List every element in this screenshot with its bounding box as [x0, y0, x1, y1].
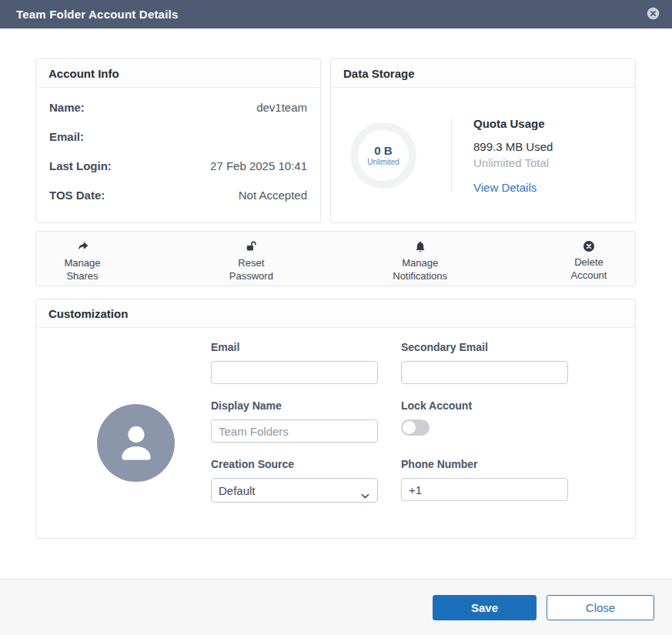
name-value: dev1team [256, 101, 307, 114]
last-login-label: Last Login: [49, 159, 112, 172]
storage-divider [451, 119, 452, 192]
x-circle-icon [583, 240, 595, 252]
manage-notifications-label: ManageNotifications [393, 256, 447, 282]
info-row-name: Name: dev1team [49, 101, 307, 114]
email-field-label: Email [211, 341, 378, 353]
secondary-email-field-group: Secondary Email [401, 341, 568, 384]
bell-icon [414, 240, 426, 253]
team-folder-account-details-dialog: Team Folder Account Details Account Info… [0, 0, 672, 635]
account-actions-bar: ManageShares ResetPassword ManageNotific… [35, 231, 636, 286]
avatar [97, 404, 175, 482]
reset-password-button[interactable]: ResetPassword [205, 240, 297, 277]
data-storage-header: Data Storage [331, 59, 635, 88]
last-login-value: 27 Feb 2025 10:41 [210, 159, 307, 172]
delete-account-label: DeleteAccount [570, 256, 607, 282]
data-storage-card: Data Storage 0 B Unlimited Quota Usage 8… [330, 58, 636, 223]
quota-donut-value: 0 B [374, 144, 392, 157]
account-info-body: Name: dev1team Email: Last Login: 27 Feb… [36, 88, 320, 202]
view-details-link[interactable]: View Details [473, 181, 553, 194]
quota-donut-label: Unlimited [367, 158, 400, 166]
display-name-field-group: Display Name [211, 399, 378, 443]
unlock-icon [245, 240, 258, 253]
customization-card: Customization Email Secondary [35, 299, 636, 539]
quota-usage-heading: Quota Usage [473, 117, 553, 130]
customization-header: Customization [36, 299, 635, 328]
account-info-header: Account Info [36, 59, 320, 88]
delete-account-button[interactable]: DeleteAccount [543, 240, 635, 277]
lock-account-field-group: Lock Account [401, 399, 568, 443]
phone-number-input[interactable] [401, 478, 568, 501]
customization-body: Email Secondary Email Display Name Lock … [36, 328, 635, 503]
toggle-knob [403, 421, 416, 434]
info-row-email: Email: [49, 130, 307, 143]
email-field-group: Email [211, 341, 378, 384]
quota-total-text: Unlimited Total [473, 156, 553, 169]
quota-details: Quota Usage 899.3 MB Used Unlimited Tota… [473, 117, 553, 194]
customization-form: Email Secondary Email Display Name Lock … [211, 341, 568, 503]
display-name-input[interactable] [211, 419, 378, 443]
manage-notifications-button[interactable]: ManageNotifications [374, 240, 466, 277]
dialog-close-button[interactable] [647, 8, 660, 21]
name-label: Name: [49, 101, 85, 114]
dialog-footer: Save Close [0, 579, 672, 635]
dialog-title: Team Folder Account Details [16, 8, 178, 21]
secondary-email-input[interactable] [401, 361, 568, 384]
phone-number-field-group: Phone Number [401, 458, 568, 503]
tos-date-value: Not Accepted [239, 189, 307, 202]
creation-source-field-group: Creation Source Default [211, 458, 378, 503]
lock-account-toggle[interactable] [401, 419, 430, 436]
dialog-titlebar: Team Folder Account Details [0, 0, 672, 28]
display-name-field-label: Display Name [211, 399, 378, 412]
data-storage-body: 0 B Unlimited Quota Usage 899.3 MB Used … [331, 88, 635, 222]
email-label: Email: [49, 130, 84, 143]
lock-account-field-label: Lock Account [401, 399, 568, 412]
person-icon [112, 418, 160, 469]
share-icon [76, 240, 89, 253]
account-info-card: Account Info Name: dev1team Email: Last … [35, 58, 321, 223]
dialog-content: Account Info Name: dev1team Email: Last … [0, 28, 672, 579]
info-row-last-login: Last Login: 27 Feb 2025 10:41 [49, 159, 307, 172]
avatar-column [36, 341, 211, 503]
top-cards-row: Account Info Name: dev1team Email: Last … [35, 58, 636, 223]
secondary-email-field-label: Secondary Email [401, 341, 568, 353]
reset-password-label: ResetPassword [229, 256, 273, 282]
tos-date-label: TOS Date: [49, 189, 105, 202]
creation-source-select[interactable]: Default [211, 478, 378, 503]
manage-shares-label: ManageShares [65, 256, 101, 282]
quota-donut-chart: 0 B Unlimited [350, 122, 416, 189]
info-row-tos-date: TOS Date: Not Accepted [49, 189, 307, 202]
quota-used-text: 899.3 MB Used [473, 140, 553, 153]
close-button[interactable]: Close [547, 595, 654, 620]
close-icon [647, 7, 660, 22]
manage-shares-button[interactable]: ManageShares [36, 240, 129, 277]
save-button[interactable]: Save [433, 595, 537, 620]
email-input[interactable] [211, 361, 378, 384]
creation-source-field-label: Creation Source [211, 458, 378, 470]
phone-number-field-label: Phone Number [401, 458, 568, 470]
